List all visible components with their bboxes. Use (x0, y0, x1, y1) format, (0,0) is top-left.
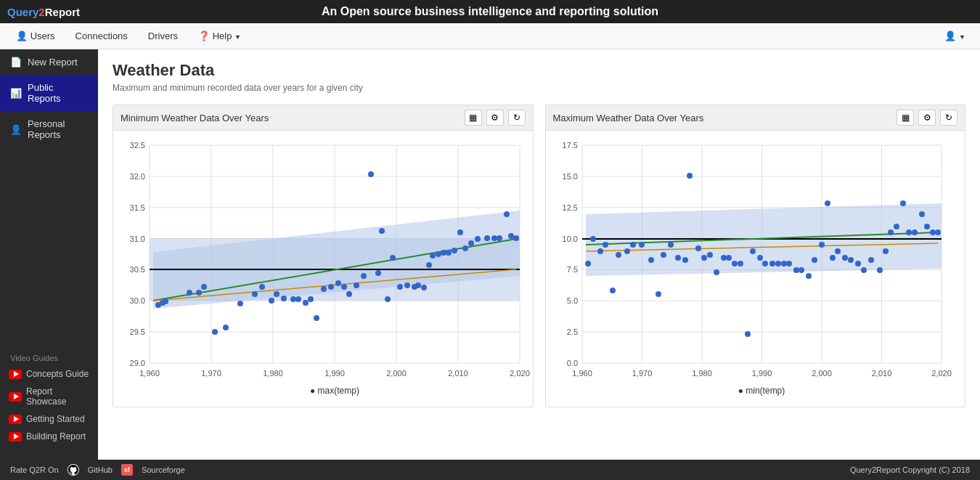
svg-point-167 (861, 267, 867, 273)
svg-point-58 (341, 284, 347, 290)
chart-refresh-btn-min[interactable]: ↻ (508, 110, 526, 126)
svg-point-175 (906, 229, 912, 235)
page-title: Weather Data (113, 61, 965, 80)
video-guides-section: Video Guides (0, 343, 98, 365)
svg-point-159 (812, 257, 817, 263)
svg-point-154 (781, 261, 787, 267)
svg-point-82 (484, 235, 490, 241)
svg-point-64 (379, 228, 385, 234)
svg-point-74 (436, 251, 441, 257)
nav-users[interactable]: 👤 Users (7, 26, 64, 46)
svg-point-129 (616, 252, 621, 258)
svg-text:1,960: 1,960 (572, 369, 592, 378)
svg-point-138 (682, 257, 688, 263)
sidebar-new-report[interactable]: 📄 New Report (0, 49, 98, 75)
svg-point-43 (223, 325, 229, 330)
svg-point-71 (421, 285, 427, 290)
svg-point-151 (762, 261, 768, 267)
svg-point-52 (303, 300, 309, 306)
svg-point-141 (701, 255, 707, 261)
svg-text:1,990: 1,990 (751, 369, 772, 378)
svg-text:31.0: 31.0 (130, 235, 145, 243)
svg-point-170 (877, 267, 883, 273)
svg-text:2,020: 2,020 (931, 369, 952, 378)
sidebar-getting-started[interactable]: Getting Started (0, 410, 98, 428)
svg-point-168 (868, 257, 874, 263)
brand-logo[interactable]: Query2Report (0, 0, 87, 23)
svg-point-134 (656, 291, 661, 297)
rate-text: Rate Q2R On (10, 465, 59, 474)
svg-point-128 (610, 288, 616, 293)
github-link[interactable]: GitHub (88, 465, 113, 474)
svg-point-81 (475, 236, 481, 242)
sourceforge-link[interactable]: Sourceforge (142, 465, 185, 474)
sidebar-building-report[interactable]: Building Report (0, 428, 98, 445)
svg-text:1,960: 1,960 (139, 369, 160, 378)
chart-svg-max: 17.5 15.0 12.5 10.0 7.5 5.0 2.5 0.0 1,96… (546, 131, 956, 407)
svg-point-73 (430, 253, 436, 259)
svg-point-172 (888, 229, 894, 235)
nav-user-menu[interactable]: 👤 ▼ (937, 26, 973, 46)
svg-point-51 (295, 296, 301, 302)
svg-point-57 (335, 280, 341, 286)
svg-point-65 (385, 296, 391, 302)
sidebar-public-reports[interactable]: 📊 Public Reports (0, 75, 98, 111)
svg-point-83 (491, 235, 497, 241)
chart-panel-min: Minimum Weather Data Over Years ▦ ⚙ ↻ (113, 105, 534, 407)
svg-point-144 (721, 255, 727, 261)
chart-title-max: Maximum Weather Data Over Years (553, 113, 704, 123)
nav-drivers[interactable]: Drivers (139, 26, 187, 46)
svg-point-40 (196, 290, 202, 296)
svg-point-130 (624, 248, 630, 254)
sidebar-report-showcase[interactable]: Report Showcase (0, 383, 98, 410)
svg-point-56 (328, 284, 334, 290)
svg-point-60 (354, 282, 359, 288)
nav-help[interactable]: ❓ Help ▼ (189, 26, 250, 46)
footer-left: Rate Q2R On GitHub sf Sourceforge (10, 464, 185, 476)
chart-refresh-btn-max[interactable]: ↻ (940, 110, 957, 126)
copyright-text: Query2Report Copyright (C) 2018 (850, 465, 970, 474)
svg-point-49 (281, 296, 287, 301)
sidebar-concepts-guide[interactable]: Concepts Guide (0, 365, 98, 383)
chart-title-min: Minimum Weather Data Over Years (121, 113, 269, 123)
chart-bar-btn-max[interactable]: ▦ (897, 110, 914, 126)
svg-point-79 (462, 245, 468, 251)
svg-point-38 (163, 298, 168, 304)
chart-settings-btn-max[interactable]: ⚙ (918, 110, 936, 126)
svg-point-132 (639, 242, 645, 248)
svg-text:1,990: 1,990 (324, 369, 345, 378)
svg-text:2.5: 2.5 (566, 328, 577, 336)
svg-text:30.0: 30.0 (130, 296, 145, 305)
sidebar-personal-reports[interactable]: 👤 Personal Reports (0, 111, 98, 147)
svg-point-61 (361, 273, 367, 279)
svg-text:1,980: 1,980 (692, 369, 712, 378)
svg-point-50 (290, 296, 296, 302)
svg-text:29.0: 29.0 (130, 359, 145, 367)
svg-point-127 (603, 242, 608, 248)
svg-point-68 (404, 282, 410, 288)
chart-bar-btn-min[interactable]: ▦ (465, 110, 482, 126)
footer: Rate Q2R On GitHub sf Sourceforge Query2… (0, 460, 980, 480)
svg-point-165 (848, 257, 854, 263)
svg-point-85 (504, 211, 510, 217)
svg-point-44 (237, 301, 243, 306)
charts-row: Minimum Weather Data Over Years ▦ ⚙ ↻ (113, 105, 965, 407)
chart-header-min: Minimum Weather Data Over Years ▦ ⚙ ↻ (113, 105, 533, 131)
svg-point-140 (695, 245, 701, 251)
svg-point-59 (346, 291, 352, 297)
app-title: An Open source business intelligence and… (322, 5, 658, 18)
nav-right: 👤 ▼ (937, 26, 973, 46)
svg-point-133 (648, 257, 654, 263)
svg-text:1,970: 1,970 (632, 369, 652, 378)
svg-point-46 (259, 284, 265, 290)
svg-text:17.5: 17.5 (562, 141, 577, 150)
nav-connections[interactable]: Connections (67, 26, 136, 46)
chart-settings-btn-min[interactable]: ⚙ (486, 110, 504, 126)
youtube-icon4 (9, 432, 22, 442)
svg-point-53 (308, 296, 314, 302)
svg-text:2,000: 2,000 (812, 369, 832, 378)
chart-panel-max: Maximum Weather Data Over Years ▦ ⚙ ↻ (545, 105, 966, 407)
layout: 📄 New Report 📊 Public Reports 👤 Personal… (0, 49, 980, 460)
svg-point-158 (806, 273, 812, 279)
svg-point-124 (585, 261, 591, 267)
